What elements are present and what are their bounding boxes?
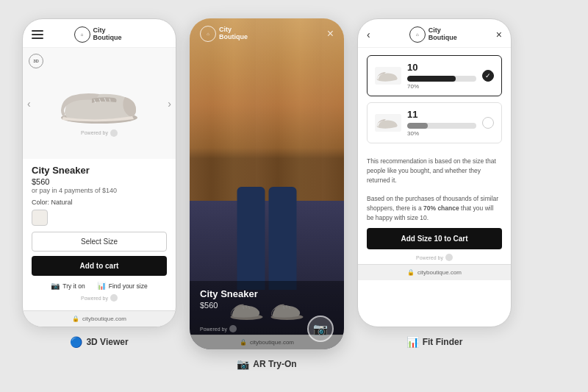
add-to-cart-button[interactable]: Add to cart bbox=[32, 256, 167, 276]
feature-label-3d: 🔵 3D Viewer bbox=[22, 336, 176, 348]
size-10-info: 10 70% bbox=[407, 62, 476, 90]
feature-name-fit: Fit Finder bbox=[423, 337, 463, 347]
feature-label-fit: 📊 Fit Finder bbox=[357, 336, 512, 348]
fit-close-button[interactable]: × bbox=[496, 29, 502, 40]
try-it-on-button[interactable]: 📷 Try it on bbox=[51, 282, 85, 290]
ar-product-price: $560 bbox=[200, 301, 334, 310]
360-icon: 3D bbox=[29, 54, 43, 68]
size-11-info: 11 30% bbox=[407, 109, 476, 137]
size-11-bar-container bbox=[407, 123, 476, 129]
ar-product-name: City Sneaker bbox=[200, 288, 334, 299]
feature-label-ar: 📷 AR Try-On bbox=[190, 358, 344, 370]
nav-left-arrow[interactable]: ‹ bbox=[27, 98, 31, 110]
color-swatch-natural[interactable] bbox=[32, 210, 48, 226]
leg-right bbox=[269, 187, 297, 290]
main-container: ⌂ City Boutique 3D ‹ bbox=[0, 0, 588, 392]
3d-icon: 🔵 bbox=[70, 336, 82, 348]
product-name: City Sneaker bbox=[32, 165, 167, 176]
size-option-11[interactable]: 11 30% bbox=[367, 102, 502, 143]
ar-close-button[interactable]: × bbox=[327, 27, 334, 40]
brand-logo: ⌂ City Boutique bbox=[74, 26, 122, 43]
size-11-bar-fill bbox=[407, 123, 428, 129]
ar-brand: ⌂ City Boutique bbox=[200, 26, 248, 42]
fit-brand-logo: ⌂ City Boutique bbox=[409, 26, 457, 43]
phone1-footer: 🔒 cityboutique.com bbox=[23, 310, 176, 327]
fit-logo-circle: ⌂ bbox=[409, 26, 426, 43]
product-info: City Sneaker $560 or pay in 4 payments o… bbox=[23, 159, 176, 310]
back-button[interactable]: ‹ bbox=[367, 29, 370, 40]
action-row: 📷 Try it on 📊 Find your size bbox=[32, 282, 167, 290]
size-options: 10 70% ✓ bbox=[358, 48, 511, 157]
camera-shutter-icon: 📷 bbox=[313, 322, 328, 336]
fit-powered-by: Powered by bbox=[358, 254, 511, 261]
fit-chart-icon: 📊 bbox=[406, 336, 419, 348]
fit-brand-name: City Boutique bbox=[429, 27, 457, 42]
size-10-radio[interactable]: ✓ bbox=[482, 70, 494, 82]
size-11-radio[interactable] bbox=[482, 117, 494, 129]
fit-header: ‹ ⌂ City Boutique × bbox=[358, 19, 511, 48]
phone1-powered-by: Powered by bbox=[32, 294, 167, 302]
feature-name-3d: 3D Viewer bbox=[86, 337, 128, 347]
phone-fit-finder: ‹ ⌂ City Boutique × bbox=[357, 18, 512, 327]
product-price: $560 bbox=[32, 177, 167, 186]
brand-name: City Boutique bbox=[93, 27, 122, 42]
powered-icon-2 bbox=[110, 294, 118, 302]
product-installment: or pay in 4 payments of $140 bbox=[32, 187, 167, 194]
lock-icon: 🔒 bbox=[72, 316, 79, 322]
legs bbox=[237, 187, 297, 290]
ar-footer: City Sneaker $560 Powered by 📷 bbox=[190, 281, 344, 349]
phone1-header: ⌂ City Boutique bbox=[23, 19, 176, 48]
size-option-10[interactable]: 10 70% ✓ bbox=[367, 55, 502, 96]
nav-right-arrow[interactable]: › bbox=[168, 98, 171, 110]
camera-capture-button[interactable]: 📷 bbox=[307, 316, 334, 342]
logo-circle: ⌂ bbox=[74, 26, 90, 43]
chart-icon: 📊 bbox=[97, 282, 106, 290]
size-11-thumb bbox=[375, 114, 401, 132]
ar-powered-by: Powered by bbox=[200, 325, 237, 332]
size-10-bar-container bbox=[407, 76, 476, 82]
size-10-bar-fill bbox=[407, 76, 456, 82]
hamburger-icon[interactable] bbox=[32, 30, 43, 39]
ar-bottom-row: Powered by 📷 bbox=[200, 316, 334, 342]
powered-icon bbox=[110, 129, 118, 137]
phone-ar-tryon: ⌂ City Boutique × City Sneaker $560 Powe… bbox=[190, 18, 344, 349]
leg-left bbox=[237, 187, 265, 290]
ar-powered-icon bbox=[229, 325, 237, 332]
phone-3d-viewer: ⌂ City Boutique 3D ‹ bbox=[22, 18, 176, 327]
phone3-footer: 🔒 cityboutique.com bbox=[358, 264, 511, 280]
recommendation-text: This recommendation is based on the size… bbox=[358, 157, 511, 222]
size-10-thumb bbox=[375, 67, 401, 85]
viewer-area: 3D ‹ bbox=[23, 48, 176, 159]
ar-camera-icon: 📷 bbox=[237, 358, 249, 370]
recommendation-line2: Based on the purchases of thousands of s… bbox=[367, 194, 502, 222]
ar-header: ⌂ City Boutique × bbox=[190, 18, 344, 49]
sneaker-3d-image bbox=[51, 68, 147, 126]
feature-name-ar: AR Try-On bbox=[253, 359, 296, 369]
size-11-pct: 30% bbox=[407, 130, 476, 137]
size-10-pct: 70% bbox=[407, 83, 476, 90]
select-size-button[interactable]: Select Size bbox=[32, 232, 167, 252]
product-color: Color: Natural bbox=[32, 199, 167, 206]
ar-brand-name: City Boutique bbox=[219, 26, 248, 41]
camera-icon: 📷 bbox=[51, 282, 60, 290]
fit-powered-icon bbox=[445, 254, 453, 261]
ar-logo-circle: ⌂ bbox=[200, 26, 216, 42]
find-your-size-button[interactable]: 📊 Find your size bbox=[97, 282, 148, 290]
viewer-powered-by: Powered by bbox=[81, 126, 118, 140]
add-size-to-cart-button[interactable]: Add Size 10 to Cart bbox=[367, 228, 502, 249]
fit-lock-icon: 🔒 bbox=[407, 269, 415, 276]
